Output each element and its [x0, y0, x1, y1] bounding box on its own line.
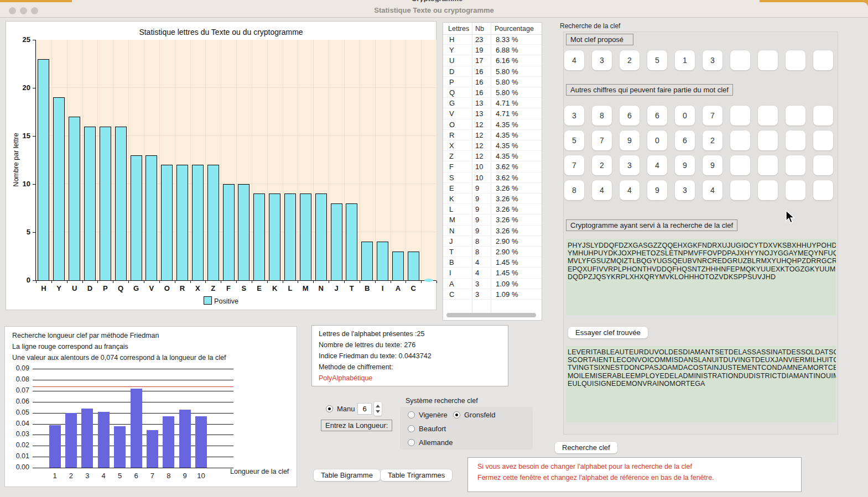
- table-row[interactable]: K93.26 %: [443, 193, 542, 204]
- key-digit-box[interactable]: 9: [647, 180, 667, 200]
- table-row[interactable]: P165.80 %: [443, 77, 542, 87]
- cell-letter: R: [449, 131, 454, 139]
- key-digit-box[interactable]: 3: [675, 180, 695, 200]
- key-digit-box[interactable]: [758, 106, 778, 125]
- table-row[interactable]: Y196.88 %: [443, 45, 542, 55]
- key-digit-box[interactable]: 3: [620, 155, 640, 175]
- key-digit-box[interactable]: 3: [703, 50, 723, 70]
- key-digit-box[interactable]: [813, 106, 833, 125]
- key-digit-box[interactable]: 7: [703, 106, 723, 125]
- table-row[interactable]: U176.16 %: [443, 55, 542, 66]
- key-length-stepper[interactable]: [374, 402, 382, 416]
- key-digit-box[interactable]: [730, 130, 750, 150]
- manu-radio[interactable]: [326, 405, 333, 412]
- key-digit-box[interactable]: 0: [675, 106, 695, 125]
- table-row[interactable]: R124.35 %: [443, 130, 542, 140]
- key-digit-box[interactable]: 9: [675, 155, 695, 175]
- key-digit-box[interactable]: [813, 155, 833, 175]
- key-digit-box[interactable]: [813, 180, 833, 200]
- bigram-table-button[interactable]: Table Bigramme: [314, 469, 380, 481]
- key-digit-box[interactable]: 4: [620, 180, 640, 200]
- table-row[interactable]: A31.09 %: [443, 279, 542, 289]
- decrypted-textarea[interactable]: LEVERITABLEAUTEURDUVOLDESDIAMANTSETDELAS…: [566, 346, 836, 422]
- x-tick: [113, 281, 113, 283]
- key-digit-box[interactable]: [730, 50, 750, 70]
- y-tick-label: 0.06: [7, 397, 29, 405]
- key-digit-box[interactable]: 8: [564, 180, 584, 200]
- table-row[interactable]: X124.35 %: [443, 140, 542, 151]
- key-digit-box[interactable]: [786, 155, 805, 175]
- system-radio-gronsfeld[interactable]: [453, 411, 460, 418]
- key-digit-box[interactable]: [786, 106, 805, 125]
- table-row[interactable]: F103.62 %: [443, 161, 542, 172]
- key-digit-box[interactable]: 6: [620, 106, 640, 125]
- key-digit-box[interactable]: [730, 155, 750, 175]
- key-digit-box[interactable]: [813, 50, 833, 70]
- table-row[interactable]: I41.45 %: [443, 268, 542, 278]
- table-row[interactable]: L93.26 %: [443, 204, 542, 215]
- table-row[interactable]: D165.80 %: [443, 66, 542, 77]
- key-digit-box[interactable]: [730, 180, 750, 200]
- key-digit-box[interactable]: 5: [647, 50, 667, 70]
- table-row[interactable]: C31.09 %: [443, 289, 542, 300]
- other-digits-row: 844934: [564, 180, 838, 200]
- system-radio-vigenère[interactable]: [408, 411, 415, 418]
- key-digit-box[interactable]: [730, 106, 750, 125]
- table-row[interactable]: J82.90 %: [443, 236, 542, 247]
- key-digit-box[interactable]: 8: [592, 106, 612, 125]
- key-digit-box[interactable]: 2: [703, 130, 723, 150]
- stepper-down-icon[interactable]: [376, 410, 380, 413]
- key-digit-box[interactable]: [813, 130, 833, 150]
- table-row[interactable]: E93.26 %: [443, 183, 542, 193]
- key-digit-box[interactable]: [786, 50, 805, 70]
- key-digit-box[interactable]: 3: [592, 50, 612, 70]
- table-row[interactable]: H238.33 %: [443, 34, 542, 45]
- key-digit-box[interactable]: 4: [647, 155, 667, 175]
- table-row[interactable]: S103.62 %: [443, 172, 542, 183]
- key-digit-box[interactable]: 7: [592, 130, 612, 150]
- key-digit-box[interactable]: [758, 155, 778, 175]
- key-digit-box[interactable]: 6: [647, 106, 667, 125]
- stepper-up-icon[interactable]: [376, 405, 380, 407]
- key-digit-box[interactable]: [758, 50, 778, 70]
- x-category-label: 6: [131, 472, 142, 480]
- search-key-button[interactable]: Recherche clef: [555, 442, 617, 453]
- key-digit-box[interactable]: 4: [592, 180, 612, 200]
- key-digit-box[interactable]: 4: [703, 180, 723, 200]
- cipher-method-value: PolyAlphabétique: [319, 374, 372, 382]
- key-digit-box[interactable]: 2: [592, 155, 612, 175]
- key-digit-box[interactable]: 4: [564, 50, 584, 70]
- x-tick: [36, 281, 37, 283]
- key-digit-box[interactable]: 6: [675, 130, 695, 150]
- table-row[interactable]: G134.71 %: [443, 98, 542, 108]
- key-digit-box[interactable]: [786, 130, 805, 150]
- key-digit-box[interactable]: 5: [564, 130, 584, 150]
- bar: [69, 117, 80, 280]
- table-row[interactable]: T82.90 %: [443, 247, 542, 257]
- key-digit-box[interactable]: 9: [620, 130, 640, 150]
- table-row[interactable]: O124.35 %: [443, 119, 542, 130]
- system-radio-allemande[interactable]: [408, 439, 415, 446]
- table-row[interactable]: Q165.80 %: [443, 87, 542, 98]
- key-digit-box[interactable]: [786, 180, 805, 200]
- key-digit-box[interactable]: [758, 180, 778, 200]
- key-digit-box[interactable]: 0: [647, 130, 667, 150]
- key-digit-box[interactable]: 7: [564, 155, 584, 175]
- key-digit-box[interactable]: 3: [564, 106, 584, 125]
- key-digit-box[interactable]: [758, 130, 778, 150]
- key-digit-box[interactable]: 9: [703, 155, 723, 175]
- trigram-table-button[interactable]: Table Trigrammes: [381, 469, 452, 481]
- x-tick: [159, 281, 160, 283]
- key-digit-box[interactable]: 1: [675, 50, 695, 70]
- key-length-input[interactable]: 6: [357, 403, 372, 415]
- key-digit-box[interactable]: 2: [620, 50, 640, 70]
- cryptogram-textarea[interactable]: PHYJSLYDDQFDZXGASGZZQQEHXGKFNDRXUJUGIOCY…: [566, 239, 836, 316]
- table-row[interactable]: Z124.35 %: [443, 151, 542, 161]
- table-row[interactable]: V134.71 %: [443, 108, 542, 119]
- table-row[interactable]: B41.45 %: [443, 257, 542, 268]
- table-horizontal-scrollbar[interactable]: [446, 313, 536, 317]
- try-key-button[interactable]: Essayer clef trouvée: [568, 327, 648, 338]
- table-row[interactable]: N93.26 %: [443, 226, 542, 236]
- system-radio-beaufort[interactable]: [408, 425, 415, 432]
- table-row[interactable]: M93.26 %: [443, 215, 542, 225]
